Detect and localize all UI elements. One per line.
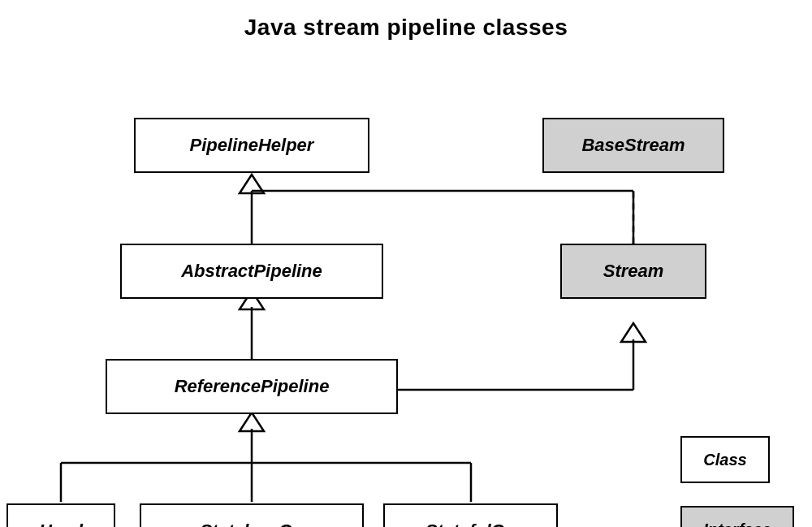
base-stream-box: BaseStream bbox=[542, 118, 724, 173]
stateful-op-box: StatefulOp bbox=[383, 503, 558, 527]
reference-pipeline-box: ReferencePipeline bbox=[106, 359, 398, 414]
pipeline-helper-box: PipelineHelper bbox=[134, 118, 369, 173]
svg-marker-16 bbox=[240, 413, 264, 431]
svg-marker-9 bbox=[621, 323, 646, 342]
abstract-pipeline-box: AbstractPipeline bbox=[120, 244, 383, 299]
stream-box: Stream bbox=[560, 244, 706, 299]
page-title: Java stream pipeline classes bbox=[0, 0, 812, 49]
stateless-op-box: StatelessOp bbox=[140, 503, 364, 527]
legend-class-box: Class bbox=[680, 436, 770, 483]
head-box: Head bbox=[6, 503, 115, 527]
svg-marker-1 bbox=[240, 175, 264, 193]
diagram: PipelineHelper BaseStream AbstractPipeli… bbox=[0, 49, 812, 527]
legend-interface-box: Interface bbox=[680, 506, 794, 527]
